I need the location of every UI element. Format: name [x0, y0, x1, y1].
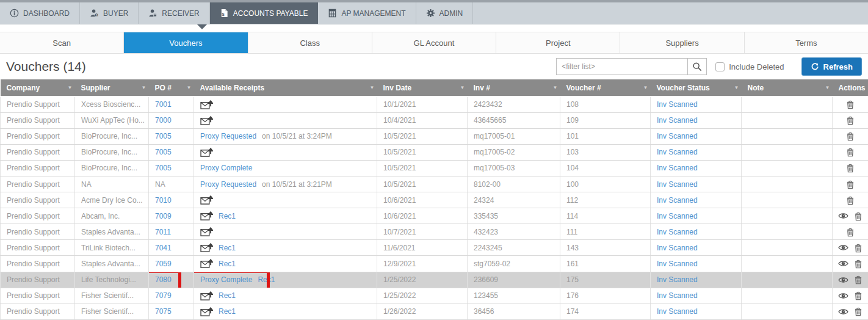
- sort-arrow-icon[interactable]: ▼: [553, 85, 558, 90]
- receipt-envelope-button[interactable]: [200, 115, 213, 126]
- delete-voucher-button[interactable]: [854, 291, 863, 300]
- receipt-envelope-button[interactable]: [200, 307, 213, 317]
- sort-arrow-icon[interactable]: ▼: [370, 85, 375, 90]
- include-deleted-checkbox[interactable]: [715, 62, 725, 71]
- receipt-envelope-button[interactable]: [200, 147, 213, 158]
- column-header-note[interactable]: Note▼: [742, 79, 833, 96]
- voucher-status-link[interactable]: Inv Scanned: [657, 291, 698, 300]
- delete-voucher-button[interactable]: [854, 275, 863, 285]
- voucher-status-link[interactable]: Inv Scanned: [657, 180, 698, 189]
- table-row[interactable]: Prendio SupportTriLink Biotech...7041Rec…: [1, 240, 868, 256]
- voucher-status-link[interactable]: Inv Scanned: [657, 164, 698, 172]
- delete-voucher-button[interactable]: [846, 147, 855, 157]
- view-voucher-button[interactable]: [838, 260, 848, 267]
- receipt-link[interactable]: Rec1: [219, 291, 236, 300]
- receipt-envelope-button[interactable]: [200, 242, 213, 253]
- nav-item-dashboard[interactable]: DASHBOARD: [0, 2, 80, 24]
- refresh-button[interactable]: Refresh: [801, 57, 862, 76]
- filter-input[interactable]: [556, 58, 687, 75]
- po-link[interactable]: 7005: [155, 148, 172, 156]
- sort-arrow-icon[interactable]: ▼: [734, 85, 739, 90]
- receipt-link[interactable]: Rec1: [219, 212, 236, 220]
- table-row[interactable]: Prendio SupportBioProcure, Inc...700510/…: [1, 144, 868, 160]
- delete-voucher-button[interactable]: [854, 243, 863, 253]
- column-header-available-receipts[interactable]: Available Receipts▼: [194, 79, 377, 96]
- delete-voucher-button[interactable]: [846, 115, 855, 125]
- delete-voucher-button[interactable]: [846, 227, 855, 237]
- voucher-status-link[interactable]: Inv Scanned: [657, 228, 698, 236]
- sort-arrow-icon[interactable]: ▼: [460, 85, 465, 90]
- delete-voucher-button[interactable]: [846, 131, 855, 141]
- column-header-voucher-status[interactable]: Voucher Status▼: [651, 79, 742, 96]
- receipt-envelope-button[interactable]: [200, 291, 213, 301]
- view-voucher-button[interactable]: [838, 308, 848, 316]
- voucher-status-link[interactable]: Inv Scanned: [657, 100, 698, 109]
- voucher-status-link[interactable]: Inv Scanned: [657, 244, 698, 252]
- po-link[interactable]: 7079: [155, 291, 172, 300]
- table-row[interactable]: Prendio SupportWuXi AppTec (Ho...700010/…: [1, 112, 868, 128]
- view-voucher-button[interactable]: [838, 212, 848, 220]
- receipt-link[interactable]: Proxy Requested: [200, 132, 256, 140]
- po-link[interactable]: 7005: [155, 164, 172, 172]
- receipt-envelope-button[interactable]: [200, 100, 213, 110]
- search-button[interactable]: [687, 58, 707, 75]
- receipt-link[interactable]: Proxy Requested: [200, 180, 256, 189]
- column-header-inv-[interactable]: Inv #▼: [468, 79, 560, 96]
- receipt-envelope-button[interactable]: [200, 195, 213, 205]
- nav-item-admin[interactable]: ADMIN: [416, 2, 474, 24]
- tab-terms[interactable]: Terms: [745, 32, 868, 53]
- po-link[interactable]: 7011: [155, 228, 171, 236]
- po-link[interactable]: 7059: [155, 260, 172, 268]
- delete-voucher-button[interactable]: [846, 180, 855, 189]
- view-voucher-button[interactable]: [838, 244, 848, 252]
- table-row[interactable]: Prendio SupportLife Technologi...7080Pro…: [1, 272, 868, 288]
- po-link[interactable]: 7001: [155, 100, 172, 109]
- receipt-envelope-button[interactable]: [200, 211, 213, 221]
- receipt-link[interactable]: Proxy Complete: [200, 275, 252, 284]
- include-deleted-control[interactable]: Include Deleted: [715, 62, 784, 71]
- voucher-status-link[interactable]: Inv Scanned: [657, 148, 698, 156]
- column-header-company[interactable]: Company▼: [1, 79, 75, 96]
- voucher-status-link[interactable]: Inv Scanned: [657, 132, 698, 140]
- receipt-link[interactable]: Rec1: [219, 307, 236, 316]
- sort-arrow-icon[interactable]: ▼: [825, 85, 830, 90]
- table-row[interactable]: Prendio SupportAcme Dry Ice Co...701010/…: [1, 192, 868, 208]
- table-row[interactable]: Prendio SupportStaples Advanta...701110/…: [1, 224, 868, 240]
- column-header-voucher-[interactable]: Voucher #▼: [560, 79, 651, 96]
- delete-voucher-button[interactable]: [854, 211, 863, 221]
- nav-item-accounts-payable[interactable]: ACCOUNTS PAYABLE: [210, 2, 319, 24]
- sort-arrow-icon[interactable]: ▼: [643, 85, 648, 90]
- table-row[interactable]: Prendio SupportFisher Scientif...7075Rec…: [1, 304, 868, 319]
- receipt-envelope-button[interactable]: [200, 258, 213, 269]
- voucher-status-link[interactable]: Inv Scanned: [657, 116, 698, 125]
- delete-voucher-button[interactable]: [846, 163, 855, 173]
- sort-arrow-icon[interactable]: ▼: [187, 85, 192, 90]
- voucher-status-link[interactable]: Inv Scanned: [657, 307, 698, 316]
- voucher-status-link[interactable]: Inv Scanned: [657, 260, 698, 268]
- po-link[interactable]: 7075: [155, 307, 172, 316]
- tab-suppliers[interactable]: Suppliers: [620, 32, 744, 53]
- receipt-envelope-button[interactable]: [200, 227, 213, 237]
- receipt-link[interactable]: Proxy Complete: [200, 164, 252, 172]
- column-header-po-[interactable]: PO #▼: [149, 79, 194, 96]
- delete-voucher-button[interactable]: [846, 195, 855, 205]
- table-row[interactable]: Prendio SupportAbcam, Inc.7009Rec110/6/2…: [1, 208, 868, 224]
- nav-item-buyer[interactable]: BUYER: [80, 2, 139, 24]
- tab-scan[interactable]: Scan: [0, 32, 124, 53]
- po-link[interactable]: 7041: [155, 244, 172, 252]
- table-row[interactable]: Prendio SupportBioProcure, Inc...7005Pro…: [1, 160, 868, 176]
- po-link[interactable]: 7080: [155, 275, 172, 284]
- voucher-status-link[interactable]: Inv Scanned: [657, 196, 698, 205]
- sort-arrow-icon[interactable]: ▼: [142, 85, 146, 90]
- table-row[interactable]: Prendio SupportBioProcure, Inc...7005Pro…: [1, 128, 868, 144]
- table-row[interactable]: Prendio SupportXcess Bioscienc...700110/…: [1, 96, 868, 112]
- nav-item-ap-management[interactable]: AP MANAGEMENT: [318, 2, 416, 24]
- receipt-link[interactable]: Rec1: [258, 275, 275, 284]
- delete-voucher-button[interactable]: [854, 307, 863, 316]
- po-link[interactable]: 7010: [155, 196, 172, 205]
- po-link[interactable]: 7009: [155, 212, 172, 220]
- po-link[interactable]: 7000: [155, 116, 172, 125]
- nav-item-receiver[interactable]: RECEIVER: [139, 2, 209, 24]
- receipt-link[interactable]: Rec1: [219, 244, 236, 252]
- tab-vouchers[interactable]: Vouchers: [124, 32, 248, 53]
